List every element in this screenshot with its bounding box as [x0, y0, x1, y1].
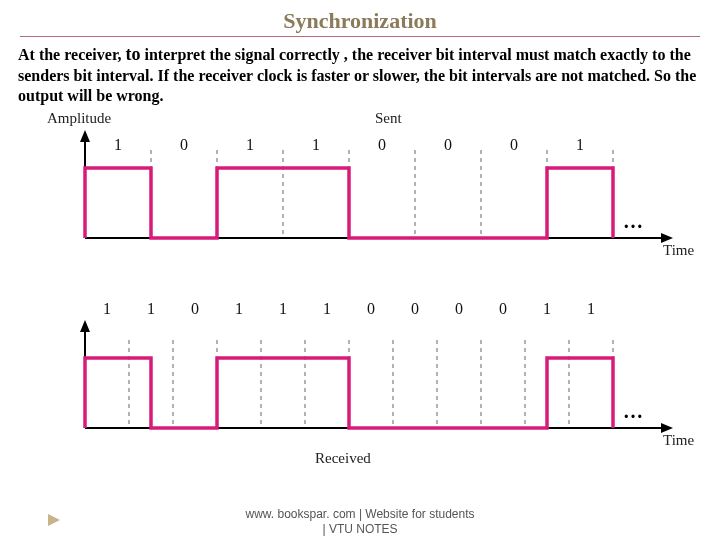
page-title: Synchronization: [20, 0, 700, 37]
sent-bit-4: 0: [378, 136, 386, 154]
para-to: to: [126, 44, 141, 64]
sent-time-label: Time: [663, 242, 694, 259]
footer-line-1: www. bookspar. com | Website for student…: [246, 507, 475, 521]
recv-bit-5: 1: [323, 300, 331, 318]
sent-bit-0: 1: [114, 136, 122, 154]
recv-bit-0: 1: [103, 300, 111, 318]
sent-bit-5: 0: [444, 136, 452, 154]
recv-bit-4: 1: [279, 300, 287, 318]
sent-bit-7: 1: [576, 136, 584, 154]
recv-bit-1: 1: [147, 300, 155, 318]
signal-diagram: Amplitude Sent 1 0 1 1 0 0 0 1 … Time: [15, 110, 705, 490]
recv-bit-3: 1: [235, 300, 243, 318]
amplitude-label: Amplitude: [47, 110, 111, 127]
sent-bit-2: 1: [246, 136, 254, 154]
footer-line-2: | VTU NOTES: [322, 522, 397, 536]
sent-ellipsis: …: [623, 210, 645, 233]
sent-bit-1: 0: [180, 136, 188, 154]
recv-bit-9: 0: [499, 300, 507, 318]
sent-bit-3: 1: [312, 136, 320, 154]
body-paragraph: At the receiver, to interpret the signal…: [0, 37, 720, 110]
svg-marker-13: [80, 320, 90, 332]
sent-label: Sent: [375, 110, 402, 127]
sent-bit-6: 0: [510, 136, 518, 154]
recv-bit-7: 0: [411, 300, 419, 318]
received-label: Received: [315, 450, 371, 467]
para-prefix: At the receiver,: [18, 46, 126, 63]
recv-bit-6: 0: [367, 300, 375, 318]
received-plot: [15, 318, 705, 448]
recv-time-label: Time: [663, 432, 694, 449]
recv-bit-2: 0: [191, 300, 199, 318]
recv-bit-8: 0: [455, 300, 463, 318]
footer: www. bookspar. com | Website for student…: [0, 507, 720, 536]
svg-marker-1: [80, 130, 90, 142]
recv-bit-10: 1: [543, 300, 551, 318]
recv-ellipsis: …: [623, 400, 645, 423]
recv-bit-11: 1: [587, 300, 595, 318]
